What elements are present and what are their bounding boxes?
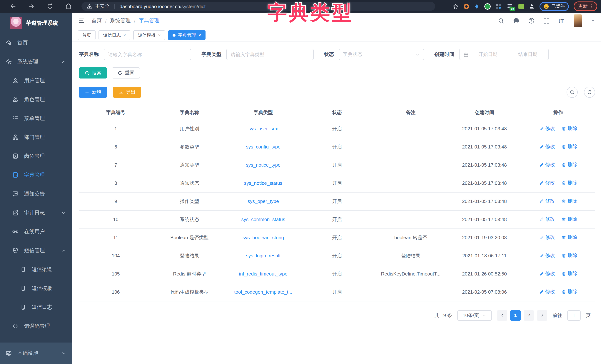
edit-link[interactable]: 修改 [539, 198, 555, 205]
refresh-table-button[interactable] [584, 87, 595, 98]
next-page-button[interactable] [537, 310, 547, 321]
start-date-placeholder[interactable]: 开始日期 [471, 51, 505, 58]
sidebar-item[interactable]: 审计日志 [0, 203, 72, 222]
delete-link[interactable]: 删除 [561, 180, 577, 186]
avatar-caret-down-icon[interactable] [591, 19, 595, 23]
sidebar-item[interactable]: 岗位管理 [0, 147, 72, 165]
delete-link[interactable]: 删除 [561, 198, 577, 205]
dict-type-link[interactable]: sys_notice_type [246, 162, 280, 168]
export-button[interactable]: 导出 [113, 87, 141, 98]
sidebar-item[interactable]: 用户管理 [0, 71, 72, 90]
prev-page-button[interactable] [497, 310, 507, 321]
sidebar-item[interactable]: 在线用户 [0, 222, 72, 241]
sidebar-item[interactable]: 错误码管理 [0, 317, 72, 335]
sidebar-item[interactable]: 部门管理 [0, 128, 72, 147]
date-range-picker[interactable]: 开始日期 - 结束日期 [459, 49, 549, 60]
edit-link[interactable]: 修改 [539, 289, 555, 295]
delete-link[interactable]: 删除 [561, 216, 577, 223]
close-icon[interactable] [199, 33, 201, 38]
extension-person-icon[interactable] [529, 3, 535, 9]
extension-grid-icon[interactable] [495, 3, 502, 10]
sidebar-item[interactable]: 短信模板 [0, 279, 72, 298]
delete-link[interactable]: 删除 [561, 289, 577, 295]
extension-diamond-icon[interactable] [474, 3, 480, 9]
end-date-placeholder[interactable]: 结束日期 [511, 51, 545, 58]
edit-link[interactable]: 修改 [539, 252, 555, 259]
goto-page-input[interactable] [567, 310, 581, 321]
edit-link[interactable]: 修改 [539, 143, 555, 150]
sidebar-item[interactable]: 首页 [0, 33, 72, 52]
dict-type-link[interactable]: sys_config_type [246, 144, 280, 150]
dict-type-link[interactable]: inf_redis_timeout_type [239, 271, 288, 277]
edit-link[interactable]: 修改 [539, 216, 555, 223]
browser-home-icon[interactable] [65, 3, 72, 10]
font-size-icon[interactable]: tT [558, 17, 565, 24]
status-select[interactable]: 字典状态 [339, 49, 424, 60]
close-icon[interactable] [123, 33, 126, 38]
delete-link[interactable]: 删除 [561, 234, 577, 241]
dict-name-input[interactable] [104, 49, 191, 60]
page-size-select[interactable]: 10条/页 [457, 310, 492, 321]
sidebar-item[interactable]: 菜单管理 [0, 109, 72, 128]
browser-back-icon[interactable] [10, 3, 16, 10]
edit-link[interactable]: 修改 [539, 162, 555, 168]
delete-link[interactable]: 删除 [561, 271, 577, 277]
breadcrumb-item[interactable]: 字典管理 [139, 17, 160, 24]
page-tab[interactable]: 字典管理 [168, 30, 206, 40]
browser-reload-icon[interactable] [47, 3, 53, 10]
extension-orange-icon[interactable] [464, 3, 469, 9]
breadcrumb-item[interactable]: 系统管理 [110, 17, 139, 24]
delete-link[interactable]: 删除 [561, 143, 577, 150]
dict-type-link[interactable]: sys_common_status [241, 217, 285, 222]
edit-link[interactable]: 修改 [539, 234, 555, 241]
delete-link[interactable]: 删除 [561, 125, 577, 132]
delete-link[interactable]: 删除 [561, 252, 577, 259]
sidebar-item[interactable]: 基础设施 [0, 343, 72, 364]
edit-link[interactable]: 修改 [539, 125, 555, 132]
extension-on-icon[interactable]: on [507, 3, 514, 10]
dict-type-link[interactable]: sys_oper_type [248, 199, 279, 204]
dict-type-link[interactable]: sys_user_sex [249, 126, 278, 131]
help-icon[interactable] [528, 17, 535, 24]
show-search-button[interactable] [567, 87, 578, 98]
extension-green-icon[interactable] [484, 3, 491, 10]
user-avatar[interactable] [574, 14, 582, 27]
dict-type-link[interactable]: sys_notice_status [244, 180, 282, 186]
delete-link[interactable]: 删除 [561, 162, 577, 168]
address-bar[interactable]: 不安全 dashboard.yudao.iocoder.cn/system/di… [81, 2, 435, 11]
github-icon[interactable] [513, 17, 520, 24]
edit-link[interactable]: 修改 [539, 180, 555, 186]
page-tab[interactable]: 短信模板 [133, 30, 165, 40]
breadcrumb-item[interactable]: 首页 [91, 17, 110, 24]
paused-badge[interactable]: 已暂停 [540, 2, 569, 11]
edit-link[interactable]: 修改 [539, 271, 555, 277]
update-button[interactable]: 更新 [574, 1, 597, 11]
dict-type-link[interactable]: sys_login_result [246, 253, 280, 258]
bookmark-star-icon[interactable] [452, 3, 459, 10]
page-tab[interactable]: 短信日志 [99, 30, 130, 40]
close-icon[interactable] [158, 33, 161, 38]
sidebar-item[interactable]: 角色管理 [0, 90, 72, 109]
dict-type-link[interactable]: sys_boolean_string [242, 235, 284, 240]
page-button[interactable]: 2 [524, 310, 534, 321]
extension-leaf-icon[interactable] [518, 3, 524, 9]
search-button[interactable]: 搜索 [79, 67, 107, 79]
cell-dict-type: inf_redis_timeout_type [226, 265, 300, 283]
sidebar-item[interactable]: 短信管理 [0, 241, 72, 260]
reset-button[interactable]: 重置 [112, 67, 140, 79]
sidebar-item[interactable]: 通知公告 [0, 184, 72, 203]
hamburger-icon[interactable] [78, 17, 85, 24]
page-button[interactable]: 1 [510, 310, 521, 321]
browser-forward-icon[interactable] [28, 3, 35, 10]
add-button[interactable]: 新增 [79, 87, 107, 98]
fullscreen-icon[interactable] [543, 17, 550, 24]
dict-type-link[interactable]: tool_codegen_template_t... [234, 289, 292, 295]
menu-dots-icon[interactable] [589, 4, 594, 9]
sidebar-item[interactable]: 短信日志 [0, 298, 72, 317]
search-icon[interactable] [498, 17, 504, 24]
sidebar-item[interactable]: 短信渠道 [0, 260, 72, 279]
sidebar-item[interactable]: 字典管理 [0, 165, 72, 184]
dict-type-input[interactable] [226, 49, 314, 60]
sidebar-item[interactable]: 系统管理 [0, 52, 72, 71]
page-tab[interactable]: 首页 [78, 30, 96, 40]
